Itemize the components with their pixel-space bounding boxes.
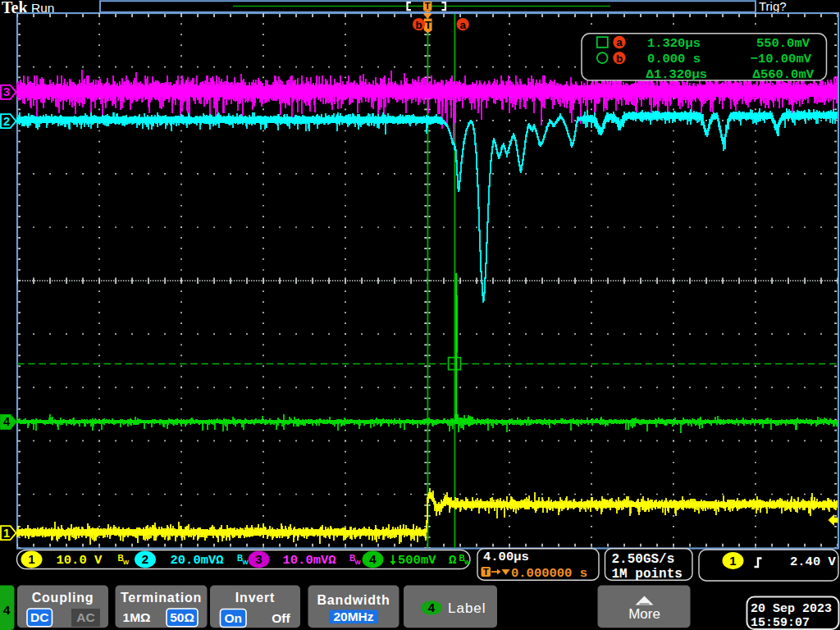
svg-text:2.40 V: 2.40 V — [790, 555, 837, 569]
svg-text:Δ560.0mV: Δ560.0mV — [753, 67, 815, 82]
svg-text:Termination: Termination — [121, 591, 202, 605]
svg-text:Trig?: Trig? — [759, 0, 787, 13]
svg-text:W: W — [243, 559, 249, 566]
svg-text:−10.00mV: −10.00mV — [751, 52, 812, 66]
svg-text:1.320µs: 1.320µs — [647, 36, 701, 51]
svg-text:1M points: 1M points — [612, 567, 682, 582]
svg-text:0.000 s: 0.000 s — [647, 52, 701, 66]
svg-text:Coupling: Coupling — [32, 591, 94, 605]
svg-text:T: T — [483, 567, 489, 577]
svg-text:2: 2 — [3, 115, 10, 128]
svg-text:W: W — [355, 559, 362, 566]
svg-text:Δ1.320µs: Δ1.320µs — [646, 67, 707, 82]
svg-text:15:59:07: 15:59:07 — [751, 616, 810, 630]
svg-text:50Ω: 50Ω — [170, 610, 194, 624]
svg-text:550.0mV: 550.0mV — [756, 36, 810, 51]
svg-text:T: T — [425, 19, 431, 31]
svg-text:T: T — [425, 1, 431, 11]
svg-text:b: b — [415, 19, 422, 31]
svg-text:4: 4 — [428, 600, 436, 614]
svg-text:a: a — [459, 19, 466, 31]
svg-text:DC: DC — [30, 610, 48, 624]
svg-text:Off: Off — [272, 611, 290, 625]
svg-text:b: b — [616, 52, 623, 65]
svg-text:20MHz: 20MHz — [333, 609, 373, 623]
svg-text:a: a — [616, 36, 623, 48]
svg-text:20 Sep 2023: 20 Sep 2023 — [751, 602, 832, 616]
svg-text:10.0 V: 10.0 V — [57, 553, 103, 568]
svg-text:Ω: Ω — [449, 553, 456, 568]
svg-text:4: 4 — [3, 603, 11, 617]
svg-text:2.50GS/s: 2.50GS/s — [612, 552, 675, 567]
svg-text:On: On — [224, 611, 242, 625]
svg-text:1: 1 — [729, 554, 736, 568]
svg-text:3: 3 — [255, 552, 262, 566]
svg-text:W: W — [123, 559, 130, 566]
svg-text:AC: AC — [76, 610, 94, 624]
svg-text:Bandwidth: Bandwidth — [317, 593, 390, 607]
svg-text:4: 4 — [3, 415, 10, 428]
svg-text:4: 4 — [369, 552, 377, 566]
svg-text:500mV: 500mV — [398, 553, 436, 568]
svg-text:20.0mVΩ: 20.0mVΩ — [171, 553, 224, 568]
svg-text:Invert: Invert — [235, 591, 275, 605]
svg-text:2: 2 — [142, 552, 148, 566]
svg-text:More: More — [628, 606, 660, 622]
svg-text:1: 1 — [28, 552, 34, 566]
svg-text:0.000000 s: 0.000000 s — [511, 566, 587, 581]
svg-text:10.0mVΩ: 10.0mVΩ — [283, 553, 336, 568]
svg-text:1MΩ: 1MΩ — [123, 610, 151, 624]
svg-text:Label: Label — [448, 600, 486, 616]
svg-text:W: W — [464, 559, 471, 566]
svg-text:4.00µs: 4.00µs — [483, 550, 529, 564]
svg-text:3: 3 — [3, 85, 10, 98]
svg-text:1: 1 — [3, 527, 10, 540]
